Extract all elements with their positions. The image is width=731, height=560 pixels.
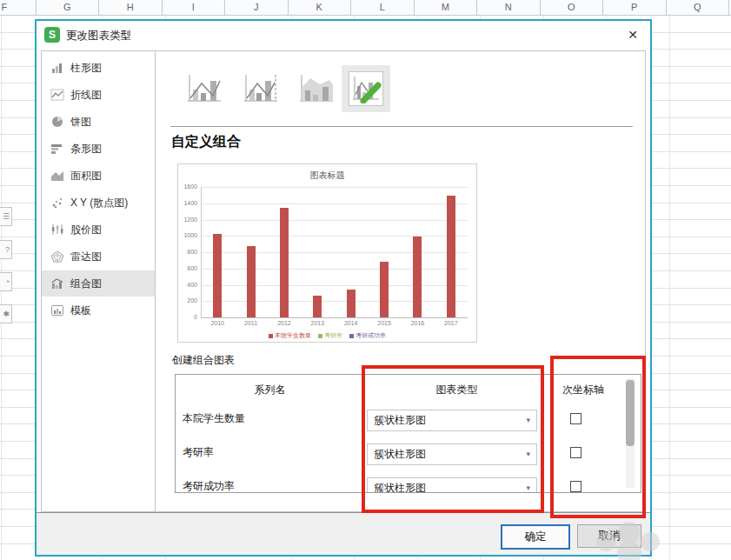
close-icon[interactable]: ✕ — [622, 24, 643, 45]
x-axis-tick-label: 2014 — [338, 320, 364, 326]
chart-bar — [247, 246, 256, 317]
sidebar-item-stock[interactable]: 股价图 — [42, 217, 155, 243]
y-axis-tick-label: 1400 — [178, 200, 197, 206]
sidebar-item-pie[interactable]: 饼图 — [42, 109, 155, 135]
legend-label: 本院学生数量 — [275, 331, 311, 340]
section-divider — [170, 126, 633, 127]
x-axis-tick-label: 2016 — [404, 320, 430, 326]
subtype-clustered-column-line-icon[interactable] — [183, 70, 224, 107]
chart-gridline — [201, 220, 468, 221]
x-axis-tick-label: 2015 — [371, 320, 397, 326]
column-header[interactable]: K — [289, 0, 352, 15]
list-tool-fragment-icon[interactable]: ☰ — [0, 207, 12, 226]
chart-bar — [280, 208, 289, 317]
series-name: 本院学生数量 — [183, 402, 245, 436]
subtype-custom-combination-inner — [349, 71, 383, 106]
sidebar-item-label: 条形图 — [70, 142, 102, 157]
y-axis-tick-label: 1200 — [178, 217, 197, 223]
chart-bar — [213, 234, 222, 317]
sidebar-item-label: 折线图 — [70, 88, 102, 103]
cancel-button[interactable]: 取消 — [577, 524, 641, 548]
help-tool-fragment-icon[interactable]: ? — [0, 240, 12, 259]
chart-title: 图表标题 — [178, 170, 476, 182]
combo-chart-icon — [50, 277, 64, 290]
section-heading: 自定义组合 — [171, 133, 241, 151]
sidebar-item-combo[interactable]: 组合图 — [42, 270, 155, 297]
ok-button[interactable]: 确定 — [501, 524, 570, 550]
chart-gridline — [201, 252, 468, 253]
chart-bar — [380, 262, 389, 317]
legend-label: 考研成功率 — [356, 331, 386, 340]
column-header[interactable]: F — [0, 0, 37, 15]
annotation-secondary-axis-column — [550, 356, 646, 518]
settings-tool-fragment-icon[interactable]: ✱ — [0, 304, 12, 323]
line-chart-icon — [50, 89, 64, 101]
subtype-clustered-column-line-secondary-icon[interactable] — [239, 70, 281, 107]
legend-swatch — [318, 334, 322, 338]
annotation-chart-type-column — [362, 365, 544, 513]
sidebar-item-bar[interactable]: 条形图 — [42, 136, 155, 162]
header-series-name: 系列名 — [176, 375, 364, 402]
column-chart-icon — [50, 62, 64, 74]
y-axis-tick-label: 200 — [178, 297, 197, 303]
column-header[interactable]: G — [37, 0, 100, 15]
legend-swatch — [349, 334, 354, 338]
subtype-row — [156, 51, 645, 126]
template-icon — [50, 304, 64, 317]
radar-chart-icon — [50, 250, 64, 263]
sidebar-item-line[interactable]: 折线图 — [42, 82, 155, 108]
sidebar-item-scatter[interactable]: X Y (散点图) — [42, 190, 155, 216]
column-header[interactable]: L — [351, 0, 415, 15]
chart-gridline — [201, 301, 468, 302]
column-header[interactable]: N — [477, 0, 541, 15]
subtype-custom-combination-icon[interactable] — [342, 65, 390, 112]
area-chart-icon — [50, 170, 64, 182]
column-header[interactable]: I — [163, 0, 226, 15]
column-header[interactable]: P — [603, 0, 667, 15]
x-axis-tick-label: 2010 — [204, 320, 230, 326]
y-axis-tick-label: 400 — [178, 282, 197, 288]
chart-gridline — [201, 236, 468, 237]
chart-preview: 图表标题 02004006008001000120014001600201020… — [177, 163, 477, 343]
legend-item: 考研成功率 — [349, 331, 386, 340]
series-name: 考研率 — [183, 436, 214, 470]
sidebar-item-label: 组合图 — [70, 277, 102, 291]
chart-bar — [413, 237, 422, 317]
chart-tool-fragment-icon[interactable]: ◔ — [0, 272, 12, 291]
legend-label: 考研率 — [324, 331, 342, 340]
dialog-titlebar: S 更改图表类型 ✕ — [37, 21, 650, 52]
chart-gridline — [201, 285, 468, 286]
scatter-chart-icon — [50, 197, 64, 209]
dialog-title: 更改图表类型 — [66, 29, 131, 43]
column-header[interactable]: M — [415, 0, 478, 15]
series-name: 考研成功率 — [183, 470, 235, 493]
subtype-stacked-area-column-icon[interactable] — [295, 70, 336, 107]
sidebar-item-label: 股价图 — [70, 223, 102, 237]
chart-bar — [447, 196, 455, 317]
sidebar-item-label: 饼图 — [70, 115, 91, 130]
x-axis-tick-label: 2013 — [304, 320, 330, 326]
chart-type-sidebar: 柱形图 折线图 饼图 条形图 面积图 X Y (散点图) — [42, 51, 156, 511]
sidebar-item-label: 模板 — [70, 303, 91, 318]
sidebar-item-radar[interactable]: 雷达图 — [42, 243, 155, 270]
column-header[interactable]: O — [541, 0, 604, 15]
chart-gridline — [201, 203, 468, 204]
column-header[interactable]: J — [225, 0, 289, 15]
column-header[interactable]: Q — [667, 0, 730, 15]
pie-chart-icon — [50, 116, 64, 128]
legend-item: 本院学生数量 — [269, 331, 311, 340]
y-axis-tick-label: 0 — [178, 314, 197, 320]
sidebar-item-template[interactable]: 模板 — [42, 297, 155, 323]
sidebar-item-label: 柱形图 — [70, 61, 102, 76]
chart-legend: 本院学生数量考研率考研成功率 — [178, 331, 476, 340]
legend-item: 考研率 — [318, 331, 342, 340]
sidebar-item-column[interactable]: 柱形图 — [42, 55, 155, 81]
y-axis-line — [201, 187, 202, 317]
x-axis-tick-label: 2012 — [271, 320, 297, 326]
column-header[interactable]: H — [99, 0, 163, 15]
legend-swatch — [269, 334, 273, 338]
sidebar-item-label: X Y (散点图) — [70, 196, 128, 210]
bar-chart-icon — [50, 143, 64, 155]
sidebar-item-area[interactable]: 面积图 — [42, 163, 155, 189]
spreadsheet-column-headers: F G H I J K L M N O P Q — [0, 0, 731, 16]
